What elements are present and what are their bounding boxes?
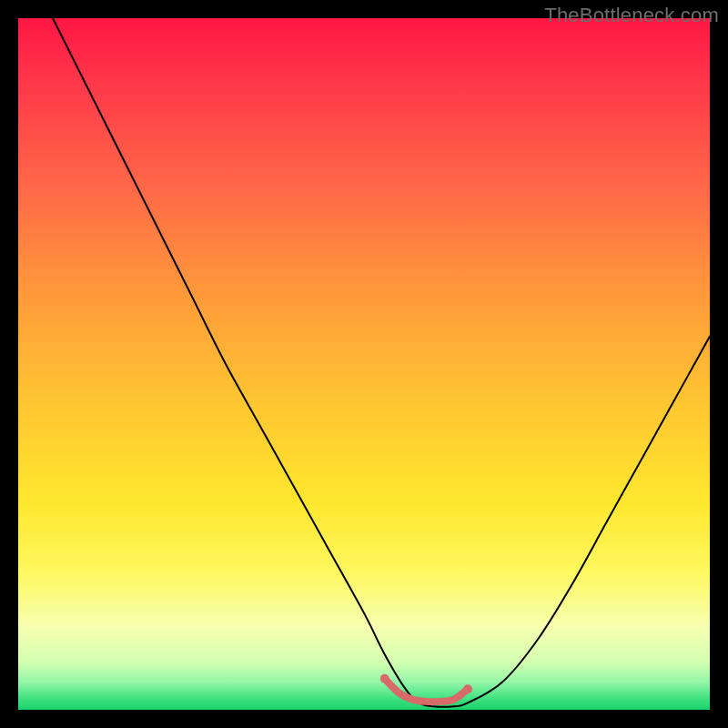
watermark-text: TheBottleneck.com [544,4,719,27]
optimal-band-endpoint-right [463,684,472,693]
chart-frame: TheBottleneck.com [0,0,728,728]
optimal-band-endpoint-left [380,674,389,683]
chart-svg [18,18,710,710]
chart-background-gradient [18,18,710,710]
chart-plot-area [18,18,710,710]
